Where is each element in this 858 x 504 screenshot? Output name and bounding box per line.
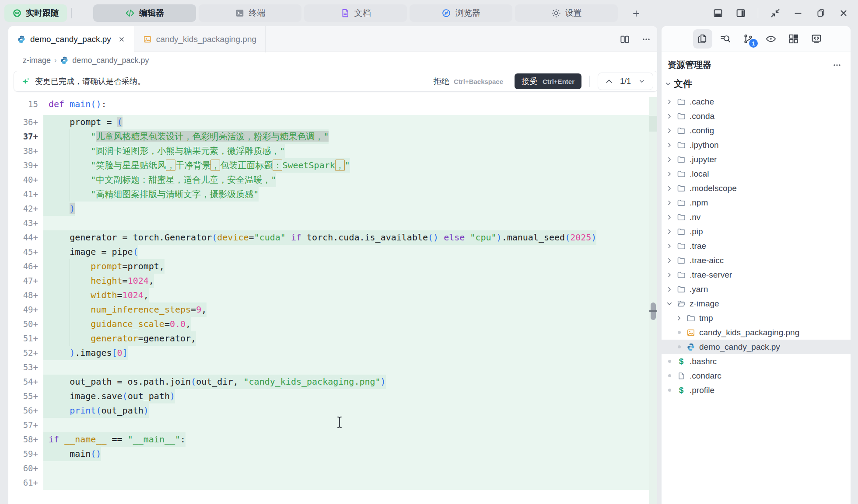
code-line-text[interactable]: "高精细图案排版与清晰文字，摄影级质感" xyxy=(43,187,649,202)
code-line-text[interactable] xyxy=(43,461,649,476)
search-view-button[interactable] xyxy=(716,29,735,49)
folder-icon xyxy=(676,170,686,178)
code-line-text[interactable]: print(out_path) xyxy=(43,403,649,418)
tree-item-trae-aicc[interactable]: .trae-aicc xyxy=(662,253,851,268)
tree-item-tmp[interactable]: tmp xyxy=(662,311,851,325)
tree-item-pip[interactable]: .pip xyxy=(662,224,851,239)
code-line-text[interactable]: "儿童风格糖果包装设计，色彩明亮活泼，粉彩与糖果色调，" xyxy=(43,129,649,144)
code-line-text[interactable]: out_path = os.path.join(out_dir, "candy_… xyxy=(43,375,649,389)
editor-tabs: demo_candy_pack.pycandy_kids_packaging.p… xyxy=(8,26,266,52)
toggle-sidebar-button[interactable] xyxy=(735,7,746,19)
git-view-button[interactable]: 1 xyxy=(739,29,758,49)
code-line-text[interactable]: image.save(out_path) xyxy=(43,389,649,403)
sidebar-header: 资源管理器 xyxy=(662,52,851,73)
code-line-text[interactable]: if __name__ == "__main__": xyxy=(43,432,649,447)
tree-item-label: .trae-server xyxy=(690,270,732,280)
split-editor-icon[interactable] xyxy=(620,34,630,45)
code-line-text[interactable]: prompt=prompt, xyxy=(43,259,649,274)
code-line-text[interactable]: def main(): xyxy=(43,97,649,111)
tree-item-conda[interactable]: .conda xyxy=(662,109,851,123)
follow-mode-button[interactable]: 实时跟随 xyxy=(4,4,67,22)
tree-item-candy-kids-packaging-png[interactable]: candy_kids_packaging.png xyxy=(662,325,851,340)
code-line-text[interactable] xyxy=(43,476,649,490)
top-tab-document[interactable]: 文档 xyxy=(304,4,407,22)
tree-item-trae[interactable]: .trae xyxy=(662,239,851,253)
code-line-text[interactable] xyxy=(43,216,649,230)
restore-button[interactable] xyxy=(815,7,826,19)
more-actions-icon[interactable] xyxy=(641,35,651,44)
code-line-text[interactable]: num_inference_steps=9, xyxy=(43,302,649,317)
sparkle-icon xyxy=(21,76,31,86)
code-line-text[interactable]: generator = torch.Generator(device="cuda… xyxy=(43,230,649,245)
tree-item-cache[interactable]: .cache xyxy=(662,94,851,109)
chevron-right-icon xyxy=(666,200,673,206)
line-number: 38+ xyxy=(8,144,43,158)
remote-view-button[interactable] xyxy=(807,29,826,49)
code-line-text[interactable]: main() xyxy=(43,447,649,461)
breadcrumb-file[interactable]: demo_candy_pack.py xyxy=(72,56,149,65)
prev-change-button[interactable] xyxy=(604,76,614,86)
accept-button[interactable]: 接受 Ctrl+Enter xyxy=(515,73,581,89)
tree-item-profile[interactable]: $.profile xyxy=(662,383,851,397)
modified-dot xyxy=(666,389,673,392)
top-tab-browser[interactable]: 浏览器 xyxy=(410,4,512,22)
editor-tab-demo-candy-pack-py[interactable]: demo_candy_pack.py xyxy=(8,26,134,52)
close-tab-icon[interactable] xyxy=(118,36,125,43)
browser-icon xyxy=(441,8,451,18)
top-tab-gear[interactable]: 设置 xyxy=(515,4,618,22)
file-icon xyxy=(676,372,686,380)
code-line-text[interactable]: height=1024, xyxy=(43,274,649,288)
tree-item-label: .ipython xyxy=(690,140,719,150)
code-line: 48+ width=1024, xyxy=(8,288,649,302)
tree-item-yarn[interactable]: .yarn xyxy=(662,282,851,296)
files-section-header[interactable]: 文件 xyxy=(662,73,851,94)
line-number: 49+ xyxy=(8,302,43,317)
toggle-panel-button[interactable] xyxy=(712,7,724,19)
editor-tab-candy-kids-packaging-png[interactable]: candy_kids_packaging.png xyxy=(134,26,266,52)
code-line-text[interactable]: guidance_scale=0.0, xyxy=(43,317,649,331)
tree-item-local[interactable]: .local xyxy=(662,167,851,181)
grid-view-button[interactable] xyxy=(784,29,803,49)
next-change-button[interactable] xyxy=(637,76,647,86)
code-editor[interactable]: 15def main():36+ prompt = (37+ "儿童风格糖果包装… xyxy=(8,97,649,504)
code-line: 39+ "笑脸与星星贴纸风，干净背景，包装正面标题：SweetSpark，" xyxy=(8,158,649,173)
tree-item-config[interactable]: .config xyxy=(662,123,851,138)
collapse-window-button[interactable] xyxy=(770,7,781,19)
tree-item-jupyter[interactable]: .jupyter xyxy=(662,152,851,167)
code-line-text[interactable]: "笑脸与星星贴纸风，干净背景，包装正面标题：SweetSpark，" xyxy=(43,158,649,173)
scrollbar-thumb[interactable] xyxy=(651,302,656,320)
code-line-text[interactable]: image = pipe( xyxy=(43,245,649,259)
code-line-text[interactable]: generator=generator, xyxy=(43,331,649,346)
breadcrumb-folder[interactable]: z-image xyxy=(23,56,51,65)
tree-item-z-image[interactable]: z-image xyxy=(662,296,851,311)
tree-item-ipython[interactable]: .ipython xyxy=(662,138,851,152)
code-line-text[interactable]: ).images[0] xyxy=(43,346,649,360)
sidebar-more-icon[interactable] xyxy=(832,60,842,70)
reject-button[interactable]: 拒绝 Ctrl+Backspace xyxy=(430,73,507,89)
tree-item-npm[interactable]: .npm xyxy=(662,195,851,210)
new-tab-button[interactable] xyxy=(627,6,646,21)
close-button[interactable] xyxy=(838,7,849,19)
code-line-text[interactable]: prompt = ( xyxy=(43,115,649,129)
tree-item-label: .trae xyxy=(690,241,706,251)
code-line-text[interactable]: width=1024, xyxy=(43,288,649,302)
top-tab-terminal[interactable]: 终端 xyxy=(199,4,301,22)
code-line-text[interactable]: "中文副标题：甜蜜星，适合儿童，安全温暖，" xyxy=(43,173,649,187)
code-line-text[interactable]: "圆润卡通图形，小熊与糖果元素，微浮雕质感，" xyxy=(43,144,649,158)
code-line: 42+ ) xyxy=(8,202,649,216)
tree-item-trae-server[interactable]: .trae-server xyxy=(662,268,851,282)
top-tab-code[interactable]: 编辑器 xyxy=(93,4,196,22)
tree-item-condarc[interactable]: .condarc xyxy=(662,368,851,383)
files-view-button[interactable] xyxy=(693,29,712,49)
eye-view-button[interactable] xyxy=(761,29,781,49)
code-line-text[interactable] xyxy=(43,418,649,432)
tree-item-modelscope[interactable]: .modelscope xyxy=(662,181,851,195)
code-line-text[interactable]: ) xyxy=(43,202,649,216)
code-line-text[interactable] xyxy=(43,360,649,375)
tree-item-nv[interactable]: .nv xyxy=(662,210,851,224)
minimize-button[interactable] xyxy=(792,7,804,19)
tree-item-bashrc[interactable]: $.bashrc xyxy=(662,354,851,368)
tree-item-demo-candy-pack-py[interactable]: demo_candy_pack.py xyxy=(662,340,851,354)
code-line: 58+if __name__ == "__main__": xyxy=(8,432,649,447)
badge-count: 1 xyxy=(749,39,758,48)
